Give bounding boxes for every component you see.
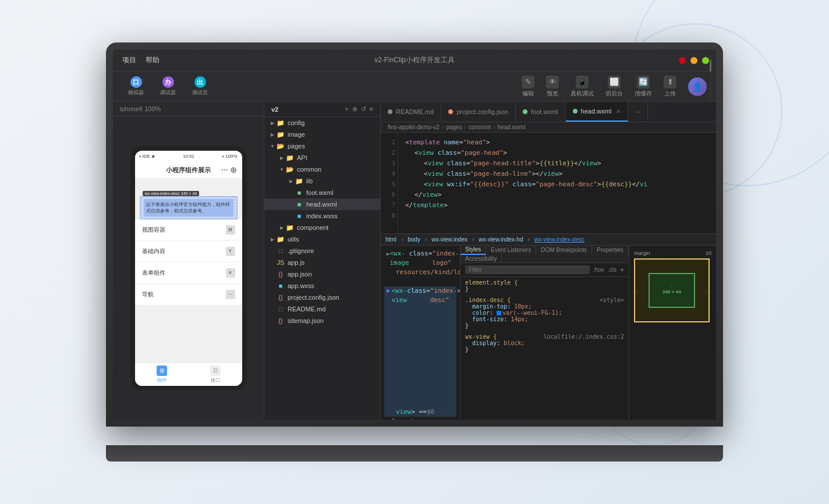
phone-panel-header: iphone6 100% bbox=[113, 102, 264, 116]
phone-nav-component[interactable]: ⊞ 组件 bbox=[157, 365, 167, 384]
tree-item-lib[interactable]: ▶ 📁 lib bbox=[264, 175, 380, 187]
preview-action[interactable]: 👁 预览 bbox=[546, 76, 559, 98]
tree-item-utils[interactable]: ▶ 📁 utils bbox=[264, 233, 380, 245]
tree-arrow-component: ▶ bbox=[278, 225, 285, 230]
tab-head-wxml[interactable]: head.wxml ✕ bbox=[566, 102, 629, 122]
tree-item-config[interactable]: ▶ 📁 config bbox=[264, 117, 380, 129]
tree-item-index-wxss[interactable]: ▶ ■ index.wxss bbox=[264, 210, 380, 222]
clear-cache-action[interactable]: 🔄 清缓存 bbox=[635, 76, 652, 98]
tab-dom-breakpoints[interactable]: DOM Breakpoints bbox=[536, 246, 592, 255]
filter-cls[interactable]: .cls bbox=[608, 267, 617, 273]
tree-item-head-wxml[interactable]: ▶ ■ head.wxml bbox=[264, 198, 380, 210]
simulator-button[interactable]: 口 模拟器 bbox=[122, 74, 150, 99]
phone-menu-item-2[interactable]: 基础内容 T bbox=[135, 241, 242, 262]
tab-readme[interactable]: README.md bbox=[381, 102, 441, 122]
filter-input[interactable] bbox=[465, 265, 590, 274]
breadcrumb-file: head.wxml bbox=[498, 124, 526, 130]
tree-item-foot-wxml[interactable]: ▶ ■ foot.wxml bbox=[264, 187, 380, 198]
tree-item-readme[interactable]: ▶ □ README.md bbox=[264, 303, 380, 315]
minimize-button[interactable] bbox=[690, 57, 697, 64]
status-left: ▪ IDE ◈ bbox=[140, 154, 155, 159]
filter-pseudo[interactable]: :hov bbox=[593, 267, 604, 273]
edit-action[interactable]: ✎ 编辑 bbox=[522, 76, 534, 98]
code-panel: README.md project.config.json foot.wxml bbox=[381, 102, 716, 420]
tree-label-sitemap: sitemap.json bbox=[288, 317, 324, 324]
style-source-2[interactable]: localfile:/.index.css:2 bbox=[544, 333, 624, 340]
code-line-6: </view> bbox=[405, 190, 709, 200]
tab-styles[interactable]: Styles bbox=[460, 246, 486, 255]
box-inner: - 240 × 44 - bbox=[649, 273, 695, 308]
menu-item-label-2: 基础内容 bbox=[142, 247, 165, 255]
tree-label-pages: pages bbox=[288, 143, 305, 150]
dom-path-body[interactable]: body bbox=[408, 236, 420, 243]
tab-project-config[interactable]: project.config.json bbox=[441, 102, 516, 122]
tab-foot-wxml[interactable]: foot.wxml bbox=[516, 102, 565, 122]
collapse-icon[interactable]: ≡ bbox=[370, 105, 373, 113]
dom-line-3[interactable]: ▶ <wx-view class="index-desc">以下将展示小程序官方… bbox=[384, 286, 456, 407]
laptop: 项目 帮助 v2-FinClip小程序开发工具 口 bbox=[106, 42, 723, 462]
style-props-2: display: block; bbox=[465, 340, 624, 346]
tree-item-image[interactable]: ▶ 📁 image bbox=[264, 129, 380, 140]
tree-label-app-json: app.json bbox=[288, 271, 312, 278]
tree-arrow-config: ▶ bbox=[269, 120, 276, 126]
code-editor-top[interactable]: 1 2 3 4 5 6 7 8 bbox=[381, 133, 716, 233]
dom-path-sep-1: › bbox=[401, 236, 403, 243]
file-icon-app-wxss: ■ bbox=[276, 281, 285, 290]
phone-nav-api[interactable]: ⊡ 接口 bbox=[210, 365, 221, 384]
close-button[interactable] bbox=[679, 57, 686, 64]
tab-close-head[interactable]: ✕ bbox=[616, 108, 621, 115]
file-icon-index-wxss: ■ bbox=[295, 211, 304, 221]
background-action[interactable]: ⬜ 切后台 bbox=[605, 76, 623, 98]
test-button[interactable]: 出 测试页 bbox=[186, 74, 214, 99]
tree-label-head-wxml: head.wxml bbox=[306, 201, 337, 208]
tree-label-api: API bbox=[297, 154, 307, 161]
tree-item-project-config[interactable]: ▶ {} project.config.json bbox=[264, 292, 380, 303]
dom-path-index-desc[interactable]: wx-view.index-desc bbox=[534, 236, 584, 243]
phone-menu-item-1[interactable]: 视图容器 ⊟ bbox=[135, 219, 242, 241]
clear-cache-icon: 🔄 bbox=[637, 76, 650, 88]
box-model-margin-label: margin bbox=[634, 250, 650, 256]
phone-app-title: 小程序组件展示 bbox=[166, 166, 211, 175]
breadcrumb-root: fino-applet-demo-v2 bbox=[388, 124, 440, 130]
menu-item-icon-4: ··· bbox=[226, 290, 235, 299]
phone-menu-item-3[interactable]: 表单组件 ≡ bbox=[135, 262, 242, 284]
phone-menu-item-4[interactable]: 导航 ··· bbox=[135, 284, 242, 306]
tree-item-component[interactable]: ▶ 📁 component bbox=[264, 222, 380, 233]
filter-add[interactable]: + bbox=[620, 266, 624, 274]
tree-item-app-wxss[interactable]: ▶ ■ app.wxss bbox=[264, 280, 380, 292]
tab-event-listeners[interactable]: Event Listeners bbox=[486, 246, 536, 255]
dom-path-index-hd[interactable]: wx-view.index-hd bbox=[479, 236, 523, 243]
tree-item-app-js[interactable]: ▶ JS app.js bbox=[264, 257, 380, 268]
maximize-button[interactable] bbox=[702, 57, 709, 64]
tree-item-gitignore[interactable]: ▶ □ .gitignore bbox=[264, 245, 380, 257]
dom-path-index[interactable]: wx-view.index bbox=[431, 236, 467, 243]
tab-more[interactable]: ··· bbox=[628, 102, 648, 122]
tab-accessibility[interactable]: Accessibility bbox=[460, 255, 502, 263]
new-file-icon[interactable]: + bbox=[345, 105, 348, 113]
real-device-action[interactable]: 📱 真机调试 bbox=[571, 76, 594, 98]
menu-project[interactable]: 项目 bbox=[122, 55, 136, 65]
file-icon-sitemap: {} bbox=[276, 316, 285, 325]
tree-item-pages[interactable]: ▼ 📂 pages bbox=[264, 140, 380, 152]
toolbar: 口 模拟器 办 调试器 出 测试页 bbox=[113, 72, 716, 102]
style-close-wxview: } bbox=[465, 346, 624, 353]
refresh-icon[interactable]: ↺ bbox=[361, 105, 366, 113]
menu-help[interactable]: 帮助 bbox=[146, 55, 160, 65]
tree-item-common[interactable]: ▼ 📂 common bbox=[264, 164, 380, 175]
box-model-margin-val: 10 bbox=[706, 250, 711, 256]
phone-title-bar: 小程序组件展示 ··· ⊕ bbox=[135, 162, 242, 179]
dom-path-html[interactable]: html bbox=[385, 236, 396, 243]
tree-item-sitemap[interactable]: ▶ {} sitemap.json bbox=[264, 315, 380, 326]
upload-action[interactable]: ⬆ 上传 bbox=[664, 76, 676, 98]
user-avatar[interactable]: 👤 bbox=[688, 77, 707, 96]
tree-item-app-json[interactable]: ▶ {} app.json bbox=[264, 268, 380, 280]
edit-label: 编辑 bbox=[522, 90, 534, 98]
new-folder-icon[interactable]: ⊕ bbox=[352, 105, 357, 113]
tree-item-api[interactable]: ▶ 📁 API bbox=[264, 152, 380, 164]
code-line-2: <view class="page-head"> bbox=[405, 148, 709, 158]
tab-label-readme: README.md bbox=[396, 108, 434, 115]
code-content[interactable]: <template name="head"> <view class="page… bbox=[398, 133, 716, 233]
debugger-button[interactable]: 办 调试器 bbox=[154, 74, 182, 99]
tree-label-utils: utils bbox=[288, 236, 299, 243]
tab-properties[interactable]: Properties bbox=[592, 246, 629, 255]
